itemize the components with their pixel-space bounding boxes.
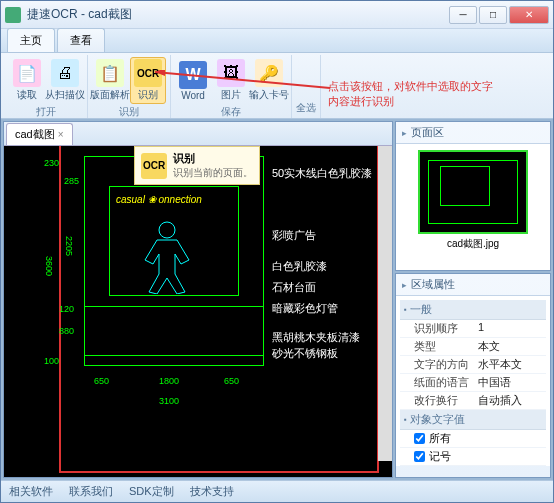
canvas-viewport[interactable]: OCR 识别 识别当前的页面。 casual ❀ onnection 50实木 bbox=[4, 146, 392, 477]
ribbon-tabs: 主页 查看 bbox=[1, 29, 553, 53]
status-link-contact[interactable]: 联系我们 bbox=[69, 484, 113, 499]
cad-annotation: 50实木线白色乳胶漆 bbox=[272, 166, 372, 181]
cad-dimension: 100 bbox=[44, 356, 59, 366]
status-link-software[interactable]: 相关软件 bbox=[9, 484, 53, 499]
prop-checkbox-row[interactable]: 所有 bbox=[400, 430, 546, 448]
cad-canvas: casual ❀ onnection 50实木线白色乳胶漆彩喷广告白色乳胶漆石材… bbox=[4, 146, 392, 477]
cad-annotation: 石材台面 bbox=[272, 280, 316, 295]
layout-icon: 📋 bbox=[96, 59, 124, 87]
cad-dimension: 880 bbox=[59, 326, 74, 336]
cad-dimension: 1800 bbox=[159, 376, 179, 386]
tab-main[interactable]: 主页 bbox=[7, 28, 55, 52]
workspace: cad截图 × OCR 识别 识别当前的页面。 bbox=[1, 119, 553, 480]
doc-tab-label: cad截图 bbox=[15, 127, 55, 142]
prop-row[interactable]: 类型本文 bbox=[400, 338, 546, 356]
cad-dimension: 2205 bbox=[64, 236, 74, 256]
properties-panel: 区域属性 一般识别顺序1类型本文文字的方向水平本文纸面的语言中国语改行换行自动插… bbox=[395, 273, 551, 478]
checkbox[interactable] bbox=[414, 451, 425, 462]
group-label-other: 全选 bbox=[296, 100, 316, 116]
cad-annotation: 彩喷广告 bbox=[272, 228, 316, 243]
maximize-button[interactable]: □ bbox=[479, 6, 507, 24]
tab-view[interactable]: 查看 bbox=[57, 28, 105, 52]
pages-panel: 页面区 cad截图.jpg bbox=[395, 121, 551, 271]
properties-panel-header[interactable]: 区域属性 bbox=[396, 274, 550, 296]
cad-dimension: 285 bbox=[64, 176, 79, 186]
close-button[interactable]: ✕ bbox=[509, 6, 549, 24]
prop-row[interactable]: 文字的方向水平本文 bbox=[400, 356, 546, 374]
cad-dimension: 650 bbox=[94, 376, 109, 386]
cad-dimension: 230 bbox=[44, 158, 59, 168]
window-title: 捷速OCR - cad截图 bbox=[27, 6, 449, 23]
document-tab[interactable]: cad截图 × bbox=[6, 123, 73, 145]
svg-line-0 bbox=[155, 72, 330, 88]
read-button[interactable]: 📄 读取 bbox=[9, 57, 45, 104]
prop-category[interactable]: 一般 bbox=[400, 300, 546, 320]
figure-icon bbox=[122, 214, 212, 294]
cad-dimension: 3600 bbox=[44, 256, 54, 276]
prop-row[interactable]: 改行换行自动插入 bbox=[400, 392, 546, 410]
prop-category[interactable]: 对象文字值 bbox=[400, 410, 546, 430]
cad-annotation: 黑胡桃木夹板清漆 bbox=[272, 330, 360, 345]
cad-annotation: 白色乳胶漆 bbox=[272, 259, 327, 274]
minimize-button[interactable]: ─ bbox=[449, 6, 477, 24]
scanner-button[interactable]: 🖨 从扫描仪 bbox=[47, 57, 83, 104]
cad-dimension: 3100 bbox=[159, 396, 179, 406]
cad-annotation: 暗藏彩色灯管 bbox=[272, 301, 338, 316]
cad-casual-text: casual ❀ onnection bbox=[116, 194, 202, 205]
status-link-support[interactable]: 技术支持 bbox=[190, 484, 234, 499]
file-icon: 📄 bbox=[13, 59, 41, 87]
thumbnail-label: cad截图.jpg bbox=[400, 237, 546, 251]
callout-text: 点击该按钮，对软件中选取的文字 内容进行识别 bbox=[328, 79, 493, 110]
document-tabs: cad截图 × bbox=[4, 122, 392, 146]
app-icon bbox=[5, 7, 21, 23]
callout-arrow-icon bbox=[155, 70, 335, 90]
group-label-open: 打开 bbox=[9, 104, 83, 120]
layout-button[interactable]: 📋 版面解析 bbox=[92, 57, 128, 104]
prop-checkbox-row[interactable]: 记号 bbox=[400, 448, 546, 466]
statusbar: 相关软件 联系我们 SDK定制 技术支持 bbox=[1, 480, 553, 502]
scanner-icon: 🖨 bbox=[51, 59, 79, 87]
prop-row[interactable]: 纸面的语言中国语 bbox=[400, 374, 546, 392]
checkbox[interactable] bbox=[414, 433, 425, 444]
prop-row[interactable]: 识别顺序1 bbox=[400, 320, 546, 338]
ocr-tooltip: OCR 识别 识别当前的页面。 bbox=[134, 146, 260, 185]
ocr-icon: OCR bbox=[141, 153, 167, 179]
page-thumbnail[interactable] bbox=[418, 150, 528, 234]
tooltip-desc: 识别当前的页面。 bbox=[173, 166, 253, 180]
cad-dimension: 650 bbox=[224, 376, 239, 386]
ribbon-group-open: 📄 读取 🖨 从扫描仪 打开 bbox=[5, 55, 88, 118]
cad-dimension: 120 bbox=[59, 304, 74, 314]
cad-annotation: 砂光不锈钢板 bbox=[272, 346, 338, 361]
doc-tab-close[interactable]: × bbox=[58, 129, 64, 140]
side-panels: 页面区 cad截图.jpg 区域属性 一般识别顺序1类型本文文字的方向水平本文纸… bbox=[395, 121, 551, 478]
titlebar: 捷速OCR - cad截图 ─ □ ✕ bbox=[1, 1, 553, 29]
tooltip-title: 识别 bbox=[173, 151, 253, 166]
main-area: cad截图 × OCR 识别 识别当前的页面。 bbox=[3, 121, 393, 478]
status-link-sdk[interactable]: SDK定制 bbox=[129, 484, 174, 499]
group-label-recognize: 识别 bbox=[92, 104, 166, 120]
group-label-save: 保存 bbox=[175, 104, 287, 120]
vertical-scrollbar[interactable] bbox=[378, 146, 392, 461]
pages-panel-header[interactable]: 页面区 bbox=[396, 122, 550, 144]
property-grid[interactable]: 一般识别顺序1类型本文文字的方向水平本文纸面的语言中国语改行换行自动插入对象文字… bbox=[396, 296, 550, 466]
